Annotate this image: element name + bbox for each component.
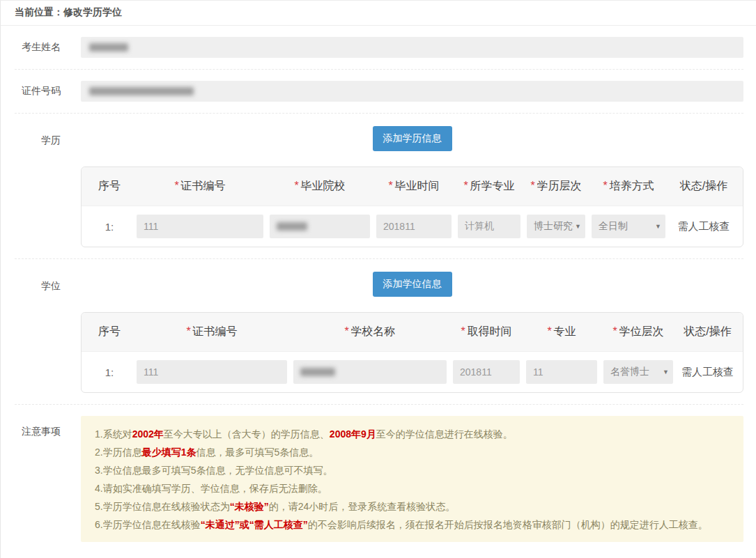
candidate-name-row: 考生姓名 [1,26,756,69]
id-number-row: 证件号码 [1,70,756,113]
degree-major-input[interactable] [526,360,597,384]
note-item: 1.系统对2002年至今大专以上（含大专）的学历信息、2008年9月至今的学位信… [95,425,730,443]
study-mode-select[interactable]: 全日制▼ [592,215,665,238]
required-asterisk: * [186,325,190,337]
education-row: 1: 博士研究生▼ 全日制▼ 需人工核查 [82,206,743,247]
breadcrumb: 当前位置：修改学历学位 [1,1,756,26]
required-asterisk: * [530,180,534,192]
graduation-school-input[interactable] [270,215,370,238]
required-asterisk: * [344,325,348,337]
degree-level-select[interactable]: 名誉博士▼ [603,360,673,384]
required-asterisk: * [547,325,551,337]
notes-label: 注意事项 [15,416,61,542]
row-index: 1: [88,366,130,378]
note-item: 5.学历学位信息在线核验状态为“未核验”的，请24小时后，登录系统查看核验状态。 [95,497,730,516]
column-header: *学校名称 [293,325,447,339]
degree-status-text: 需人工核查 [679,366,736,379]
row-index: 1: [88,221,130,233]
column-header: *培养方式 [592,179,665,194]
add-degree-button[interactable]: 添加学位信息 [373,272,452,297]
column-header: *所学专业 [458,179,520,194]
column-header: *取得时间 [453,325,520,339]
id-number-label: 证件号码 [15,85,61,98]
obtain-time-input[interactable] [453,360,520,384]
column-header: 序号 [88,179,130,194]
note-item: 3.学位信息最多可填写5条信息，无学位信息可不填写。 [95,461,730,479]
column-header: 状态/操作 [679,325,736,339]
required-asterisk: * [388,180,392,192]
column-header: *证书编号 [137,325,287,339]
education-table-header: 序号 *证书编号 *毕业院校 *毕业时间 *所学专业 *学历层次 *培养方式 状… [82,167,743,206]
dropdown-arrow-icon: ▼ [655,223,661,230]
column-header: *学历层次 [527,179,585,194]
column-header: *学位层次 [603,325,673,339]
required-asterisk: * [461,325,465,337]
degree-table-header: 序号 *证书编号 *学校名称 *取得时间 *专业 *学位层次 状态/操作 [82,313,743,352]
note-item: 6.学历学位信息在线核验“未通过”或“需人工核查”的不会影响后续报名，须在报名开… [95,516,730,534]
column-header: 序号 [88,325,130,339]
column-header: *证书编号 [137,179,263,194]
column-header: *专业 [526,325,597,339]
id-number-input[interactable] [81,81,743,102]
degree-row: 1: 名誉博士▼ 需人工核查 [82,352,743,392]
required-asterisk: * [603,180,607,192]
major-input[interactable] [458,215,520,238]
degree-school-input[interactable] [293,360,447,384]
note-item: 2.学历信息最少填写1条信息，最多可填写5条信息。 [95,443,730,461]
education-level-select[interactable]: 博士研究生▼ [527,215,585,238]
column-header: *毕业院校 [270,179,370,194]
degree-section: 学位 添加学位信息 序号 *证书编号 *学校名称 *取得时间 *专业 *学位层次… [1,259,756,404]
redacted-value [89,87,194,95]
redacted-value [89,43,128,52]
redacted-value [300,368,335,376]
add-education-button[interactable]: 添加学历信息 [373,126,452,151]
required-asterisk: * [294,180,298,192]
graduation-time-input[interactable] [376,215,452,238]
education-section-label: 学历 [15,125,61,247]
degree-section-label: 学位 [15,270,61,393]
notes-section: 注意事项 1.系统对2002年至今大专以上（含大专）的学历信息、2008年9月至… [1,405,756,553]
candidate-name-label: 考生姓名 [15,41,61,54]
column-header: *毕业时间 [376,179,452,194]
page: 当前位置：修改学历学位 考生姓名 证件号码 学历 添加学历信息 [0,0,756,558]
education-status-text: 需人工核查 [672,220,736,233]
degree-cert-number-input[interactable] [137,360,287,384]
note-item: 4.请如实准确填写学历、学位信息，保存后无法删除。 [95,479,730,497]
breadcrumb-text: 当前位置：修改学历学位 [15,6,122,17]
cert-number-input[interactable] [137,215,263,238]
dropdown-arrow-icon: ▼ [663,369,669,375]
required-asterisk: * [174,180,178,192]
required-asterisk: * [463,180,468,192]
candidate-name-input[interactable] [81,37,743,58]
redacted-value [277,222,307,231]
column-header: 状态/操作 [672,179,736,194]
education-section: 学历 添加学历信息 序号 *证书编号 *毕业院校 *毕业时间 *所学专业 *学历… [1,114,756,258]
dropdown-arrow-icon: ▼ [575,223,581,230]
required-asterisk: * [612,325,617,337]
degree-table: 序号 *证书编号 *学校名称 *取得时间 *专业 *学位层次 状态/操作 1: … [81,312,743,393]
education-table: 序号 *证书编号 *毕业院校 *毕业时间 *所学专业 *学历层次 *培养方式 状… [81,166,743,247]
notes-box: 1.系统对2002年至今大专以上（含大专）的学历信息、2008年9月至今的学位信… [81,416,743,542]
